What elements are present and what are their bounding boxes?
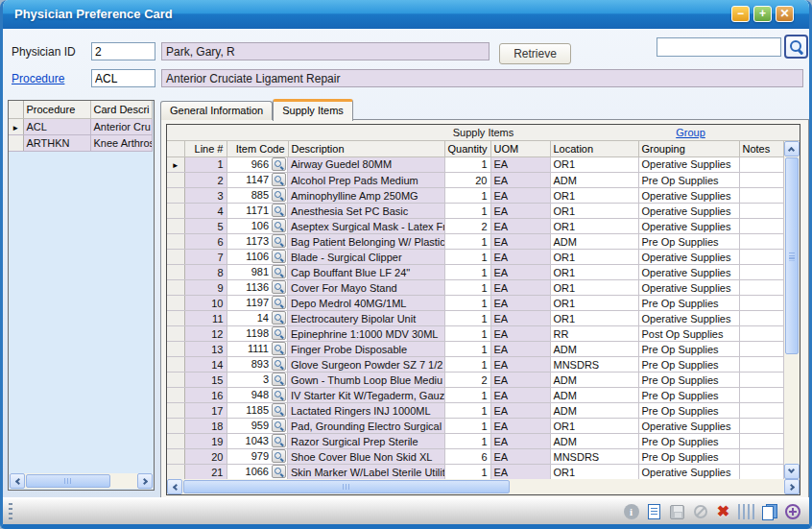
line-cell: 20 — [184, 449, 227, 465]
close-button[interactable]: ✕ — [776, 6, 794, 22]
uom-cell: EA — [490, 357, 550, 373]
scroll-thumb[interactable] — [785, 157, 799, 354]
supply-item-row[interactable]: ► 4 1171 Anesthesia Set PC Basic 1 EA — [167, 204, 783, 219]
supply-item-row[interactable]: ► 19 1043 Razor Surgical Prep Sterile 1 … — [167, 434, 783, 449]
item-lookup-button[interactable] — [272, 265, 286, 278]
notes-column-header[interactable]: Notes — [739, 141, 783, 156]
item-lookup-button[interactable] — [272, 434, 286, 447]
item-lookup-button[interactable] — [272, 342, 286, 355]
line-cell: 8 — [184, 265, 227, 280]
item-lookup-button[interactable] — [272, 219, 286, 232]
item-lookup-button[interactable] — [272, 280, 286, 294]
item-lookup-button[interactable] — [272, 173, 286, 186]
item-code-column-header[interactable]: Item Code — [227, 141, 288, 156]
supply-item-row[interactable]: ► 5 106 Aseptex Surgical Mask - Latex Fr… — [167, 219, 783, 234]
location-column-header[interactable]: Location — [550, 141, 638, 156]
supply-item-row[interactable]: ► 1 966 Airway Guedel 80MM 1 EA — [167, 156, 783, 173]
scroll-left-icon[interactable] — [167, 479, 182, 494]
line-column-header[interactable]: Line # — [184, 141, 227, 156]
delete-button[interactable]: ✖ — [714, 503, 732, 521]
supply-item-row[interactable]: ► 18 959 Pad, Grounding Electro Surgical… — [167, 419, 783, 434]
notes-cell — [739, 296, 783, 311]
supply-item-row[interactable]: ► 12 1198 Epinephrine 1:1000 MDV 30ML 1 … — [167, 326, 783, 342]
description-cell: Aminophylline Amp 250MG — [288, 188, 444, 204]
quantity-column-header[interactable]: Quantity — [444, 141, 490, 156]
supply-item-row[interactable]: ► 15 3 Gown - Thumb Loop Blue Mediu 2 EA — [167, 373, 783, 388]
item-lookup-button[interactable] — [272, 188, 286, 202]
item-lookup-button[interactable] — [272, 296, 286, 309]
item-lookup-button[interactable] — [272, 419, 286, 432]
supply-item-row[interactable]: ► 7 1106 Blade - Surgical Clipper 1 EA — [167, 250, 783, 265]
supply-grid-hscrollbar[interactable] — [167, 479, 800, 494]
item-lookup-button[interactable] — [272, 449, 286, 463]
procedure-link[interactable]: Procedure — [12, 72, 64, 85]
add-button[interactable] — [783, 503, 801, 521]
supply-item-row[interactable]: ► 14 893 Glove Surgeon Powder SZ 7 1/2 1… — [167, 357, 783, 373]
cancel-button[interactable] — [691, 503, 709, 521]
item-lookup-button[interactable] — [272, 373, 286, 386]
notes-cell — [739, 173, 783, 188]
group-link[interactable]: Group — [640, 125, 741, 140]
retrieve-button[interactable]: Retrieve — [499, 43, 571, 64]
tabstrip: General Information Supply Items — [160, 98, 353, 120]
procedure-card-row[interactable]: ► ACL Anterior Cru — [9, 118, 152, 134]
supply-item-row[interactable]: ► 2 1147 Alcohol Prep Pads Medium 20 EA — [167, 173, 783, 188]
scroll-thumb[interactable] — [26, 474, 110, 488]
procedure-column-header[interactable]: Procedure — [23, 101, 90, 118]
toolbar-separator — [737, 503, 755, 521]
scroll-up-icon[interactable] — [784, 141, 800, 156]
procedure-card-row[interactable]: ► ARTHKN Knee Arthros — [9, 134, 152, 151]
notes-cell — [739, 388, 783, 403]
tab-general-information[interactable]: General Information — [160, 101, 273, 120]
supply-item-row[interactable]: ► 17 1185 Lactated Ringers INJ 1000ML 1 … — [167, 403, 783, 419]
item-lookup-button[interactable] — [272, 157, 286, 171]
item-lookup-button[interactable] — [272, 326, 286, 340]
procedure-input[interactable] — [91, 69, 155, 87]
description-column-header[interactable]: Description — [288, 141, 444, 156]
supply-item-row[interactable]: ► 16 948 IV Starter Kit W/Tegaderm, Gauz… — [167, 388, 783, 403]
item-lookup-button[interactable] — [272, 204, 286, 217]
supply-item-row[interactable]: ► 20 979 Shoe Cover Blue Non Skid XL 6 E… — [167, 449, 783, 465]
item-lookup-button[interactable] — [272, 388, 286, 401]
item-lookup-button[interactable] — [272, 357, 286, 371]
item-lookup-button[interactable] — [272, 234, 286, 248]
save-button[interactable] — [668, 503, 686, 521]
supply-item-row[interactable]: ► 21 1066 Skin Marker W/Label Sterile Ut… — [167, 465, 783, 480]
location-cell: ADM — [550, 342, 638, 357]
supply-item-row[interactable]: ► 6 1173 Bag Patient Belonging W/ Plasti… — [167, 234, 783, 250]
scroll-thumb[interactable] — [183, 480, 510, 493]
supply-item-row[interactable]: ► 10 1197 Depo Medrol 40MG/1ML 1 EA — [167, 296, 783, 311]
copy-button[interactable] — [760, 503, 778, 521]
search-input[interactable] — [657, 37, 781, 57]
item-lookup-button[interactable] — [272, 311, 286, 325]
procedure-list-hscrollbar[interactable] — [10, 473, 153, 489]
magnifier-icon — [275, 160, 283, 169]
supply-item-row[interactable]: ► 13 1111 Finger Probe Disposable 1 EA — [167, 342, 783, 357]
supply-item-row[interactable]: ► 3 885 Aminophylline Amp 250MG 1 EA — [167, 188, 783, 204]
statusbar-grip[interactable] — [9, 503, 12, 520]
description-cell: Razor Surgical Prep Sterile — [288, 434, 444, 449]
grouping-cell: Pre Op Supplies — [638, 234, 739, 250]
supply-grid-vscrollbar[interactable] — [784, 141, 800, 479]
item-lookup-button[interactable] — [272, 403, 286, 417]
grouping-column-header[interactable]: Grouping — [638, 141, 739, 156]
item-lookup-button[interactable] — [272, 465, 286, 478]
supply-item-row[interactable]: ► 9 1136 Cover For Mayo Stand 1 EA — [167, 280, 783, 296]
item-code-cell: 14 — [227, 311, 289, 326]
info-button[interactable]: i — [622, 503, 640, 521]
search-button[interactable] — [784, 35, 808, 59]
supply-item-row[interactable]: ► 8 981 Cap Bouffant Blue LF 24" 1 EA — [167, 265, 783, 280]
minimize-button[interactable]: − — [731, 6, 750, 22]
physician-id-input[interactable] — [91, 42, 155, 60]
scroll-left-icon[interactable] — [10, 473, 25, 489]
new-record-button[interactable] — [645, 503, 663, 521]
scroll-right-icon[interactable] — [784, 479, 800, 494]
item-lookup-button[interactable] — [272, 250, 286, 263]
scroll-right-icon[interactable] — [137, 473, 153, 489]
supply-item-row[interactable]: ► 11 14 Electrocautery Bipolar Unit 1 EA — [167, 311, 783, 326]
uom-column-header[interactable]: UOM — [490, 141, 550, 156]
maximize-button[interactable]: + — [753, 6, 772, 22]
tab-supply-items[interactable]: Supply Items — [273, 99, 353, 121]
card-description-column-header[interactable]: Card Descri — [90, 101, 152, 118]
scroll-down-icon[interactable] — [784, 464, 800, 479]
